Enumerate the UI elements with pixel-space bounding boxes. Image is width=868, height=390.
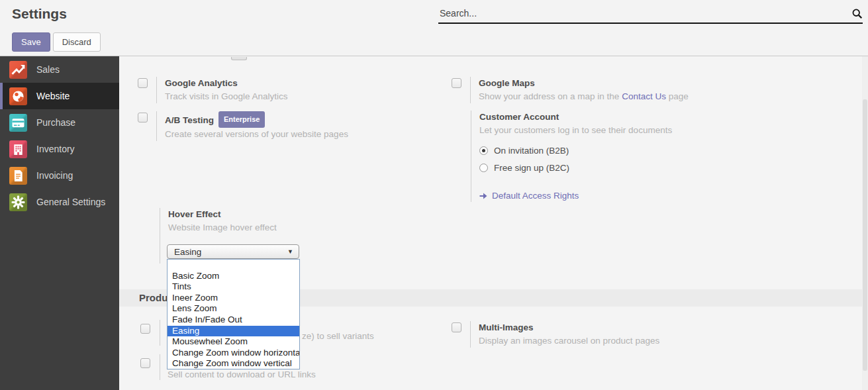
setting-title: A/B TestingEnterprise — [165, 111, 348, 128]
building-icon — [9, 140, 27, 158]
google-analytics-checkbox[interactable] — [138, 78, 148, 88]
setting-google-maps: Google Maps Show your address on a map i… — [452, 77, 689, 103]
setting-description: Let your customers log in to see their d… — [479, 124, 672, 137]
variants-checkbox[interactable] — [140, 324, 150, 334]
sidebar-item-inventory[interactable]: Inventory — [0, 136, 119, 162]
page-title: Settings — [12, 6, 67, 22]
title-text: A/B Testing — [165, 115, 214, 125]
app-sidebar: Sales Website Purchase Inventory Invoici… — [0, 56, 119, 390]
link-label[interactable]: Default Access Rights — [492, 191, 579, 201]
document-icon — [9, 167, 27, 185]
search-icon[interactable] — [851, 8, 863, 22]
setting-title: Google Analytics — [165, 77, 288, 90]
setting-description: Create several versions of your website … — [165, 128, 348, 141]
setting-ab-testing: A/B TestingEnterprise Create several ver… — [138, 111, 348, 141]
google-maps-checkbox[interactable] — [452, 78, 461, 88]
radio-label: Free sign up (B2C) — [494, 163, 569, 173]
dropdown-option[interactable]: Tints — [168, 281, 299, 293]
description-text: page — [666, 91, 689, 101]
select-value: Easing — [174, 247, 201, 257]
save-button[interactable]: Save — [12, 32, 50, 52]
setting-title: Hover Effect — [168, 208, 277, 221]
setting-multi-images: Multi-Images Display an images carousel … — [452, 321, 659, 348]
setting-title: Customer Account — [479, 111, 672, 124]
description-text: Show your address on a map in the — [479, 91, 622, 101]
ab-testing-checkbox[interactable] — [138, 113, 148, 122]
dropdown-option[interactable]: Mousewheel Zoom — [168, 336, 299, 348]
hover-effect-dropdown: Basic Zoom Tints Ineer Zoom Lens Zoom Fa… — [167, 259, 300, 369]
sidebar-item-purchase[interactable]: Purchase — [0, 109, 119, 136]
dropdown-option-highlighted[interactable]: Easing — [168, 326, 299, 337]
chevron-down-icon: ▼ — [287, 248, 293, 255]
dropdown-option[interactable]: Basic Zoom — [168, 271, 299, 282]
divider — [160, 320, 160, 346]
sidebar-item-website[interactable]: Website — [0, 83, 119, 109]
setting-title: Google Maps — [479, 77, 689, 90]
search-bar — [438, 4, 863, 24]
vertical-scrollbar[interactable] — [862, 56, 868, 390]
setting-google-analytics: Google Analytics Track visits in Google … — [138, 77, 288, 103]
default-access-rights-link[interactable]: Default Access Rights — [479, 191, 672, 201]
toolbar: Save Discard — [12, 32, 101, 52]
sidebar-item-label: Invoicing — [36, 170, 73, 181]
sales-chart-icon — [9, 61, 27, 79]
setting-description: Website Image hover effect — [168, 221, 277, 234]
digital-content-checkbox[interactable] — [140, 358, 150, 368]
radio-unselected-icon[interactable] — [479, 164, 488, 172]
divider — [160, 354, 160, 380]
sidebar-item-label: General Settings — [36, 197, 105, 207]
gear-icon — [9, 193, 27, 211]
partial-scrolled-element — [231, 57, 247, 60]
dropdown-option[interactable]: Fade In/Fade Out — [168, 315, 299, 326]
scrollbar-thumb[interactable] — [863, 99, 867, 371]
radio-option-b2b[interactable]: On invitation (B2B) — [479, 146, 672, 156]
sidebar-item-label: Purchase — [36, 117, 75, 128]
hover-effect-select[interactable]: Easing ▼ — [167, 244, 299, 259]
variants-description-fragment: ze) to sell variants — [302, 331, 374, 341]
sidebar-item-label: Inventory — [36, 144, 75, 154]
globe-icon — [9, 87, 27, 105]
sidebar-item-sales[interactable]: Sales — [0, 56, 119, 83]
setting-customer-account: Customer Account Let your customers log … — [471, 111, 672, 202]
multi-images-checkbox[interactable] — [452, 322, 461, 332]
credit-card-icon — [9, 114, 27, 132]
setting-description: Show your address on a map in the Contac… — [479, 90, 689, 103]
sidebar-item-label: Website — [36, 91, 70, 101]
enterprise-badge: Enterprise — [218, 111, 265, 128]
sidebar-item-invoicing[interactable]: Invoicing — [0, 162, 119, 189]
dropdown-option[interactable]: Ineer Zoom — [168, 293, 299, 304]
setting-description: Display an images carousel on product pa… — [479, 334, 659, 348]
dropdown-option-blank[interactable] — [168, 260, 299, 271]
radio-selected-icon[interactable] — [479, 146, 488, 155]
search-input[interactable] — [438, 4, 863, 24]
arrow-right-icon — [479, 192, 488, 200]
setting-title: Multi-Images — [479, 321, 659, 334]
dropdown-option[interactable]: Lens Zoom — [168, 303, 299, 315]
digital-content-description: Sell content to download or URL links — [168, 369, 316, 379]
contact-us-link[interactable]: Contact Us — [622, 91, 666, 101]
setting-description: Track visits in Google Analytics — [165, 90, 288, 103]
radio-option-b2c[interactable]: Free sign up (B2C) — [479, 163, 672, 173]
sidebar-item-general-settings[interactable]: General Settings — [0, 189, 119, 215]
sidebar-item-label: Sales — [36, 64, 60, 75]
dropdown-option[interactable]: Change Zoom window horizontal — [168, 348, 299, 359]
header-bar: Settings Save Discard — [0, 0, 868, 56]
dropdown-option[interactable]: Change Zoom window vertical — [168, 358, 299, 369]
radio-label: On invitation (B2B) — [494, 146, 569, 156]
discard-button[interactable]: Discard — [53, 32, 101, 52]
